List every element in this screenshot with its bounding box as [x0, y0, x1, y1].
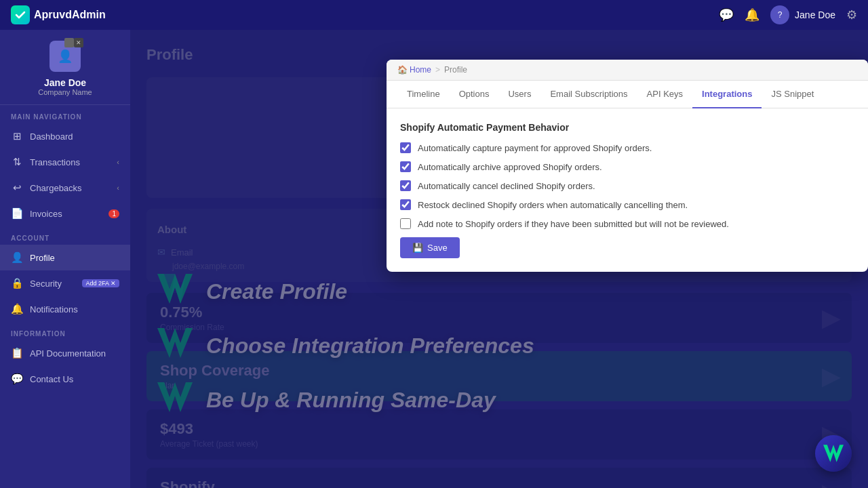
save-button[interactable]: 💾 Save: [400, 237, 460, 258]
add-2fa-badge: Add 2FA ✕: [82, 279, 119, 287]
tab-email-subscriptions[interactable]: Email Subscriptions: [540, 81, 637, 108]
avatar-x-icon: ✕: [74, 38, 83, 47]
sidebar-item-label: Security: [30, 279, 62, 289]
top-nav: ApruvdAdmin 💬 🔔 ? Jane Doe ⚙: [0, 0, 868, 30]
tab-api-keys[interactable]: API Keys: [637, 81, 692, 108]
invoices-icon: 📄: [11, 207, 23, 220]
chat-icon[interactable]: 💬: [719, 7, 734, 22]
integrations-modal: 🏠 Home > Profile Timeline Options Users …: [387, 60, 868, 272]
breadcrumb-home[interactable]: 🏠 Home: [397, 65, 431, 75]
sidebar-item-security[interactable]: 🔒 Security Add 2FA ✕: [0, 270, 130, 296]
sidebar-item-notifications[interactable]: 🔔 Notifications: [0, 296, 130, 322]
checkbox-archive: Automatically archive approved Shopify o…: [400, 161, 854, 172]
dashboard-icon: ⊞: [11, 130, 23, 142]
avatar: ✕ 👤: [50, 41, 81, 72]
security-icon: 🔒: [11, 277, 23, 289]
bell-icon[interactable]: 🔔: [745, 7, 760, 22]
checkbox-restock: Restock declined Shopify orders when aut…: [400, 199, 854, 210]
sidebar-item-invoices[interactable]: 📄 Invoices 1: [0, 201, 130, 226]
top-nav-right: 💬 🔔 ? Jane Doe ⚙: [719, 5, 857, 24]
checkbox-note-label: Add note to Shopify orders if they have …: [418, 219, 729, 229]
logo: ApruvdAdmin: [11, 5, 106, 24]
sidebar-item-profile[interactable]: 👤 Profile: [0, 245, 130, 270]
sidebar-item-label: Contact Us: [30, 374, 73, 384]
modal-overlay: 🏠 Home > Profile Timeline Options Users …: [130, 30, 868, 488]
tab-options[interactable]: Options: [450, 81, 499, 108]
sidebar-item-transactions[interactable]: ⇅ Transactions ‹: [0, 149, 130, 175]
chargebacks-icon: ↩: [11, 182, 23, 194]
sidebar-item-label: API Documentation: [30, 348, 106, 359]
chevron-icon: ‹: [117, 158, 119, 166]
breadcrumb-separator: >: [435, 65, 440, 75]
tab-js-snippet[interactable]: JS Snippet: [762, 81, 823, 108]
sidebar-item-label: Notifications: [30, 304, 78, 314]
user-menu[interactable]: ? Jane Doe: [770, 5, 835, 24]
sidebar-user: ✕ 👤 Jane Doe Company Name: [0, 30, 130, 105]
breadcrumb-current: Profile: [444, 65, 467, 75]
sidebar-item-label: Transactions: [30, 157, 80, 167]
modal-body: Shopify Automatic Payment Behavior Autom…: [387, 108, 868, 272]
account-label: ACCOUNT: [0, 226, 130, 245]
checkbox-cancel: Automatically cancel declined Shopify or…: [400, 180, 854, 191]
main-content: Profile ✕ □ Jane Doe Company Name jdoe@e…: [130, 30, 868, 488]
save-icon: 💾: [412, 243, 423, 253]
sidebar-user-company: Company Name: [38, 88, 92, 96]
logo-text: ApruvdAdmin: [34, 9, 106, 21]
checkbox-capture: Automatically capture payment for approv…: [400, 142, 854, 153]
information-label: INFORMATION: [0, 322, 130, 340]
tab-users[interactable]: Users: [498, 81, 540, 108]
api-docs-icon: 📋: [11, 347, 23, 359]
checkbox-archive-input[interactable]: [400, 161, 411, 172]
sidebar-item-label: Profile: [30, 253, 55, 263]
checkbox-restock-label: Restock declined Shopify orders when aut…: [418, 200, 688, 210]
checkbox-note: Add note to Shopify orders if they have …: [400, 218, 854, 229]
svg-marker-4: [823, 445, 844, 462]
main-nav-label: MAIN NAVIGATION: [0, 105, 130, 123]
checkbox-capture-input[interactable]: [400, 142, 411, 153]
sidebar-item-label: Invoices: [30, 209, 62, 219]
checkbox-archive-label: Automatically archive approved Shopify o…: [418, 162, 602, 172]
sidebar-user-name: Jane Doe: [44, 77, 86, 88]
invoices-badge: 1: [108, 209, 119, 218]
breadcrumb: 🏠 Home > Profile: [387, 60, 868, 81]
section-title: Shopify Automatic Payment Behavior: [400, 122, 854, 133]
floating-chat-ball[interactable]: [815, 435, 852, 472]
transactions-icon: ⇅: [11, 156, 23, 168]
tab-integrations[interactable]: Integrations: [692, 81, 762, 108]
checkbox-note-input[interactable]: [400, 218, 411, 229]
checkbox-cancel-input[interactable]: [400, 180, 411, 191]
checkbox-capture-label: Automatically capture payment for approv…: [418, 143, 652, 153]
sidebar-item-api-docs[interactable]: 📋 API Documentation: [0, 340, 130, 366]
sidebar-item-label: Dashboard: [30, 131, 73, 142]
settings-icon[interactable]: ⚙: [846, 7, 857, 22]
sidebar-item-chargebacks[interactable]: ↩ Chargebacks ‹: [0, 175, 130, 201]
user-avatar-small: ?: [770, 5, 789, 24]
top-nav-username: Jane Doe: [795, 9, 835, 20]
modal-tabs: Timeline Options Users Email Subscriptio…: [387, 81, 868, 108]
sidebar: ✕ 👤 Jane Doe Company Name MAIN NAVIGATIO…: [0, 30, 130, 488]
avatar-square-icon: [64, 38, 74, 47]
main-layout: ✕ 👤 Jane Doe Company Name MAIN NAVIGATIO…: [0, 30, 868, 488]
checkbox-cancel-label: Automatically cancel declined Shopify or…: [418, 181, 595, 191]
contact-icon: 💬: [11, 373, 23, 385]
tab-timeline[interactable]: Timeline: [397, 81, 450, 108]
sidebar-item-dashboard[interactable]: ⊞ Dashboard: [0, 123, 130, 149]
notifications-icon: 🔔: [11, 303, 23, 315]
sidebar-item-contact[interactable]: 💬 Contact Us: [0, 366, 130, 392]
sidebar-item-label: Chargebacks: [30, 183, 82, 193]
logo-icon: [11, 5, 30, 24]
chevron-icon: ‹: [117, 184, 119, 192]
profile-icon: 👤: [11, 251, 23, 264]
save-label: Save: [427, 243, 448, 253]
checkbox-restock-input[interactable]: [400, 199, 411, 210]
